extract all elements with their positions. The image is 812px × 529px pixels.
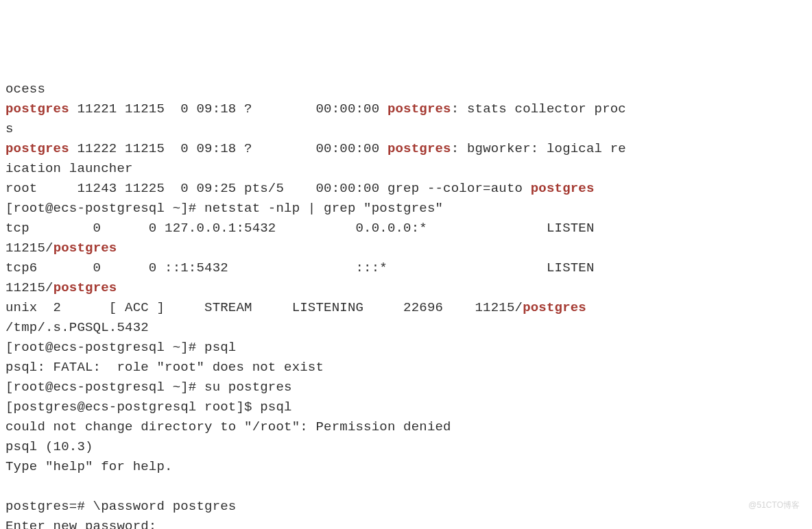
terminal-line: postgres=# \password postgres (5, 497, 807, 517)
terminal-text: Type "help" for help. (5, 459, 173, 474)
terminal-text: psql (10.3) (5, 439, 93, 454)
terminal-text: : stats collector proc (451, 101, 626, 116)
terminal-text: [root@ecs-postgresql ~]# netstat -nlp | … (5, 201, 443, 216)
terminal-text: ocess (5, 82, 45, 97)
terminal-line: 11215/postgres (5, 238, 807, 258)
terminal-line: could not change directory to "/root": P… (5, 417, 807, 437)
highlight-text: postgres (53, 280, 117, 295)
highlight-text: postgres (5, 101, 69, 116)
terminal-line: Type "help" for help. (5, 457, 807, 477)
terminal-line: unix 2 [ ACC ] STREAM LISTENING 22696 11… (5, 298, 807, 318)
terminal-line: tcp6 0 0 ::1:5432 :::* LISTEN (5, 258, 807, 278)
highlight-text: postgres (53, 241, 117, 256)
terminal-line: tcp 0 0 127.0.0.1:5432 0.0.0.0:* LISTEN (5, 219, 807, 238)
terminal-text: could not change directory to "/root": P… (5, 419, 451, 434)
terminal-text: : bgworker: logical re (451, 141, 626, 156)
terminal-text: 11222 11215 0 09:18 ? 00:00:00 (69, 141, 387, 156)
terminal-text: unix 2 [ ACC ] STREAM LISTENING 22696 11… (5, 300, 523, 315)
highlight-text: postgres (531, 181, 595, 196)
terminal-line (5, 477, 807, 497)
highlight-text: postgres (5, 141, 69, 156)
terminal-text: s (5, 121, 14, 136)
terminal-text: psql: FATAL: role "root" does not exist (5, 360, 324, 375)
terminal-text: [root@ecs-postgresql ~]# psql (5, 340, 236, 355)
terminal-line: [root@ecs-postgresql ~]# netstat -nlp | … (5, 199, 807, 219)
terminal-text: 11215/ (5, 280, 53, 295)
terminal-line: ocess (5, 79, 807, 99)
terminal-text: tcp6 0 0 ::1:5432 :::* LISTEN (5, 260, 595, 275)
terminal-line: psql (10.3) (5, 437, 807, 457)
terminal-line: ication launcher (5, 159, 807, 179)
terminal-line: /tmp/.s.PGSQL.5432 (5, 318, 807, 338)
terminal-text: ication launcher (5, 161, 133, 176)
terminal-text: /tmp/.s.PGSQL.5432 (5, 320, 149, 335)
watermark: @51CTO博客 (748, 495, 800, 515)
terminal-line: s (5, 119, 807, 139)
terminal-line: 11215/postgres (5, 278, 807, 298)
terminal-line: postgres 11221 11215 0 09:18 ? 00:00:00 … (5, 99, 807, 119)
terminal-text: 11215/ (5, 241, 53, 256)
highlight-text: postgres (523, 300, 586, 315)
terminal-output[interactable]: ocesspostgres 11221 11215 0 09:18 ? 00:0… (0, 79, 812, 529)
terminal-text: root 11243 11225 0 09:25 pts/5 00:00:00 … (5, 181, 531, 196)
highlight-text: postgres (387, 101, 451, 116)
terminal-text (5, 479, 14, 494)
terminal-text: postgres=# \password postgres (5, 499, 236, 514)
terminal-line: [postgres@ecs-postgresql root]$ psql (5, 397, 807, 417)
terminal-text: [postgres@ecs-postgresql root]$ psql (5, 399, 292, 415)
terminal-line: postgres 11222 11215 0 09:18 ? 00:00:00 … (5, 139, 807, 159)
highlight-text: postgres (387, 141, 451, 156)
terminal-text: Enter new password: (5, 519, 156, 529)
terminal-text: tcp 0 0 127.0.0.1:5432 0.0.0.0:* LISTEN (5, 221, 595, 236)
terminal-line: Enter new password: (5, 517, 807, 529)
terminal-line: root 11243 11225 0 09:25 pts/5 00:00:00 … (5, 179, 807, 199)
terminal-line: [root@ecs-postgresql ~]# su postgres (5, 378, 807, 397)
terminal-line: [root@ecs-postgresql ~]# psql (5, 338, 807, 358)
terminal-line: psql: FATAL: role "root" does not exist (5, 358, 807, 378)
terminal-text: [root@ecs-postgresql ~]# su postgres (5, 380, 292, 395)
terminal-text: 11221 11215 0 09:18 ? 00:00:00 (69, 101, 387, 116)
